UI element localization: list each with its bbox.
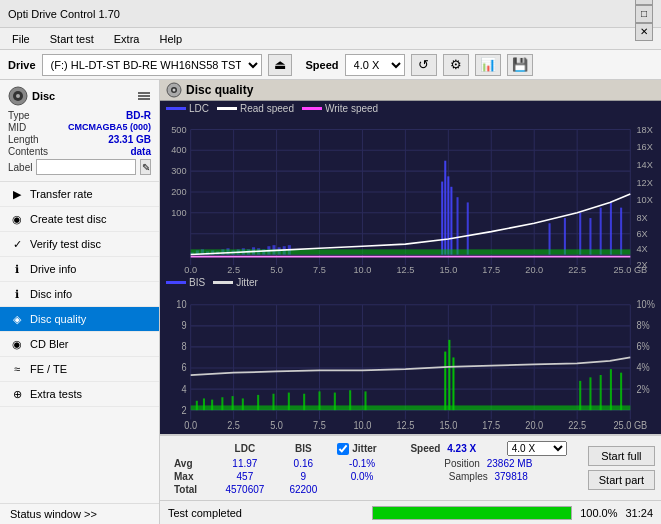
drive-info-icon: ℹ — [10, 262, 24, 276]
drive-select[interactable]: (F:) HL-DT-ST BD-RE WH16NS58 TST4 — [42, 54, 262, 76]
nav-cd-bler-label: CD Bler — [30, 338, 69, 350]
speed-stat-value: 4.23 X — [447, 443, 476, 454]
chart-legend: LDC Read speed Write speed — [160, 101, 661, 116]
type-label: Type — [8, 110, 30, 121]
svg-text:400: 400 — [171, 145, 186, 155]
maximize-button[interactable]: □ — [635, 5, 653, 23]
position-value: 23862 MB — [487, 458, 533, 469]
drive-label: Drive — [8, 59, 36, 71]
svg-text:16X: 16X — [636, 142, 652, 152]
jitter-checkbox[interactable] — [337, 443, 349, 455]
svg-text:8%: 8% — [636, 320, 649, 332]
svg-rect-135 — [272, 394, 274, 410]
read-speed-color — [217, 107, 237, 110]
status-window-label: Status window >> — [10, 508, 97, 520]
nav-disc-info[interactable]: ℹ Disc info — [0, 282, 159, 307]
svg-text:2.5: 2.5 — [227, 265, 240, 275]
speed-select[interactable]: 4.0 X 1.0 X 2.0 X 8.0 X — [345, 54, 405, 76]
length-label: Length — [8, 134, 39, 145]
svg-text:300: 300 — [171, 166, 186, 176]
menu-starttest[interactable]: Start test — [46, 32, 98, 46]
samples-value: 379818 — [495, 471, 528, 482]
svg-rect-78 — [467, 202, 469, 254]
nav-transfer-rate-label: Transfer rate — [30, 188, 93, 200]
svg-rect-77 — [457, 197, 459, 254]
nav-verify-test-disc[interactable]: ✓ Verify test disc — [0, 232, 159, 257]
svg-text:2%: 2% — [636, 383, 649, 395]
ldc-legend: LDC — [166, 103, 209, 114]
svg-rect-132 — [232, 397, 234, 411]
svg-text:15.0: 15.0 — [439, 265, 457, 275]
disc-quality-icon: ◈ — [10, 312, 24, 326]
status-window-item[interactable]: Status window >> — [0, 503, 159, 524]
svg-rect-82 — [589, 218, 591, 254]
disc-options-icon — [137, 89, 151, 103]
label-label: Label — [8, 162, 32, 173]
save-button[interactable]: 💾 — [507, 54, 533, 76]
nav-verify-test-disc-label: Verify test disc — [30, 238, 101, 250]
menu-help[interactable]: Help — [155, 32, 186, 46]
svg-rect-127 — [191, 406, 631, 411]
upper-chart-area: LDC Read speed Write speed — [160, 101, 661, 275]
contents-value: data — [130, 146, 151, 157]
chart-header: Disc quality — [160, 80, 661, 101]
svg-rect-136 — [288, 393, 290, 411]
label-edit-button[interactable]: ✎ — [140, 159, 151, 175]
jitter-legend: Jitter — [213, 277, 258, 288]
action-buttons: Start full Start part — [588, 440, 655, 496]
settings-button[interactable]: ⚙ — [443, 54, 469, 76]
titlebar-title: Opti Drive Control 1.70 — [8, 8, 120, 20]
nav-create-test-disc[interactable]: ◉ Create test disc — [0, 207, 159, 232]
svg-text:5.0: 5.0 — [270, 265, 283, 275]
nav-cd-bler[interactable]: ◉ CD Bler — [0, 332, 159, 357]
speed-stat-label: Speed — [410, 443, 440, 454]
svg-text:18X: 18X — [636, 124, 652, 134]
svg-text:15.0: 15.0 — [439, 420, 457, 432]
max-ldc: 457 — [212, 470, 277, 483]
label-input[interactable] — [36, 159, 136, 175]
svg-text:500: 500 — [171, 124, 186, 134]
svg-point-8 — [173, 89, 176, 92]
svg-text:14X: 14X — [636, 160, 652, 170]
svg-rect-80 — [564, 218, 566, 254]
start-full-button[interactable]: Start full — [588, 446, 655, 466]
disc-label-row: Label ✎ — [8, 159, 151, 175]
menu-extra[interactable]: Extra — [110, 32, 144, 46]
svg-text:8X: 8X — [636, 213, 647, 223]
menu-file[interactable]: File — [8, 32, 34, 46]
nav-extra-tests[interactable]: ⊕ Extra tests — [0, 382, 159, 407]
col-ldc: LDC — [212, 440, 277, 457]
svg-rect-130 — [211, 400, 213, 411]
nav-disc-quality[interactable]: ◈ Disc quality — [0, 307, 159, 332]
fe-te-icon: ≈ — [10, 362, 24, 376]
speed-stat-select[interactable]: 4.0 X — [507, 441, 567, 456]
read-speed-label: Read speed — [240, 103, 294, 114]
eject-button[interactable]: ⏏ — [268, 54, 292, 76]
disc-icon — [8, 86, 28, 106]
start-part-button[interactable]: Start part — [588, 470, 655, 490]
chart-disc-icon — [166, 82, 182, 98]
svg-rect-129 — [203, 399, 205, 411]
svg-text:6: 6 — [181, 362, 187, 374]
nav-fe-te[interactable]: ≈ FE / TE — [0, 357, 159, 382]
svg-rect-83 — [600, 208, 602, 255]
svg-rect-138 — [318, 392, 320, 411]
nav-transfer-rate[interactable]: ▶ Transfer rate — [0, 182, 159, 207]
jitter-color — [213, 281, 233, 284]
nav-drive-info[interactable]: ℹ Drive info — [0, 257, 159, 282]
stats-container: LDC BIS Jitter Speed 4.23 X — [160, 435, 661, 500]
avg-bis: 0.16 — [277, 457, 329, 470]
refresh-button[interactable]: ↺ — [411, 54, 437, 76]
svg-rect-144 — [452, 358, 454, 411]
svg-rect-4 — [138, 95, 150, 97]
transfer-rate-icon: ▶ — [10, 187, 24, 201]
svg-text:0.0: 0.0 — [184, 265, 197, 275]
svg-rect-84 — [610, 202, 612, 254]
stats-table: LDC BIS Jitter Speed 4.23 X — [166, 440, 582, 496]
svg-text:17.5: 17.5 — [482, 420, 500, 432]
close-button[interactable]: ✕ — [635, 23, 653, 41]
svg-rect-81 — [579, 213, 581, 255]
svg-rect-3 — [138, 92, 150, 94]
svg-text:7.5: 7.5 — [313, 265, 326, 275]
graph-button[interactable]: 📊 — [475, 54, 501, 76]
